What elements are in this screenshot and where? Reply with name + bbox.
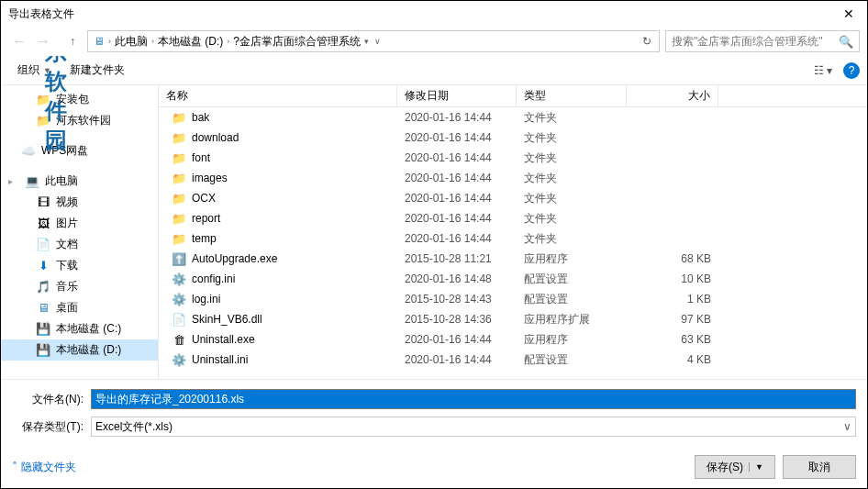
file-type: 文件夹 [517, 128, 627, 148]
file-date: 2020-01-16 14:44 [397, 129, 517, 146]
new-folder-button[interactable]: 新建文件夹 [61, 59, 134, 82]
file-date: 2020-01-16 14:44 [397, 190, 517, 206]
file-size: 4 KB [627, 351, 718, 368]
file-date: 2020-01-16 14:44 [397, 351, 517, 368]
bc-item-1[interactable]: 本地磁盘 (D:) [156, 34, 225, 50]
dialog-title: 导出表格文件 [8, 6, 838, 22]
sidebar-item-3[interactable]: ▸💻此电脑 [1, 171, 158, 192]
pc-icon: 💻 [25, 174, 39, 189]
save-dialog: 河东软件园 www.pc0359.cn 导出表格文件 ✕ ← → ↑ 🖥 › 此… [0, 0, 868, 489]
file-type: 配置设置 [517, 270, 627, 289]
col-type[interactable]: 类型 [517, 85, 627, 106]
file-type: 应用程序扩展 [517, 310, 627, 329]
file-type: 配置设置 [517, 350, 627, 370]
up-button[interactable]: ↑ [63, 32, 82, 50]
bc-item-2[interactable]: ?金店掌店面综合管理系统 [231, 34, 362, 50]
sidebar-item-2[interactable]: ☁️WPS网盘 [1, 140, 158, 161]
sidebar-item-4[interactable]: 🎞视频 [1, 192, 158, 213]
folder-icon: 📁 [172, 231, 186, 246]
save-button[interactable]: 保存(S)▼ [695, 455, 775, 479]
sidebar-item-6[interactable]: 📄文档 [1, 234, 158, 255]
sidebar-item-9[interactable]: 🖥桌面 [1, 297, 158, 318]
nav-row: ← → ↑ 🖥 › 此电脑 › 本地磁盘 (D:) › ?金店掌店面综合管理系统… [1, 27, 867, 56]
file-row[interactable]: 📁images 2020-01-16 14:44 文件夹 [159, 168, 867, 188]
organize-button[interactable]: 组织▼ [8, 59, 61, 82]
file-row[interactable]: 📁report 2020-01-16 14:44 文件夹 [159, 208, 867, 228]
breadcrumb-dropdown[interactable]: ∨ [371, 37, 384, 46]
file-type: 文件夹 [517, 209, 627, 228]
bc-pc-icon[interactable]: 🖥 [92, 35, 106, 48]
file-row[interactable]: ⚙️Uninstall.ini 2020-01-16 14:44 配置设置 4 … [159, 350, 867, 370]
image-icon: 🖼 [36, 217, 50, 231]
breadcrumb[interactable]: 🖥 › 此电脑 › 本地磁盘 (D:) › ?金店掌店面综合管理系统 ▾ ∨ ↻ [87, 30, 660, 52]
file-size [627, 156, 718, 160]
file-date: 2015-10-28 14:43 [397, 291, 517, 307]
sidebar[interactable]: 📁安装包📁河东软件园☁️WPS网盘▸💻此电脑🎞视频🖼图片📄文档⬇下载🎵音乐🖥桌面… [1, 85, 159, 379]
file-date: 2015-10-28 14:36 [397, 311, 517, 328]
sidebar-item-label: 文档 [56, 237, 78, 252]
file-row[interactable]: 📁font 2020-01-16 14:44 文件夹 [159, 148, 867, 168]
file-name: SkinH_VB6.dll [192, 313, 262, 326]
doc-icon: 📄 [36, 238, 50, 252]
file-row[interactable]: 🗑Uninstall.exe 2020-01-16 14:44 应用程序 63 … [159, 329, 867, 350]
file-row[interactable]: ⚙️config.ini 2020-01-16 14:48 配置设置 10 KB [159, 269, 867, 289]
file-row[interactable]: 📁OCX 2020-01-16 14:44 文件夹 [159, 188, 867, 208]
search-box[interactable]: 🔍 [665, 30, 860, 52]
sidebar-item-7[interactable]: ⬇下载 [1, 255, 158, 276]
sidebar-item-label: 本地磁盘 (D:) [56, 342, 121, 358]
sidebar-item-label: 下载 [56, 258, 78, 273]
sidebar-item-11[interactable]: 💾本地磁盘 (D:) [1, 339, 158, 361]
file-row[interactable]: 📁temp 2020-01-16 14:44 文件夹 [159, 228, 867, 249]
sidebar-item-label: 图片 [56, 216, 78, 231]
filetype-select[interactable]: Excel文件(*.xls)∨ [91, 417, 856, 437]
sidebar-item-10[interactable]: 💾本地磁盘 (C:) [1, 318, 158, 339]
bc-item-0[interactable]: 此电脑 [113, 34, 150, 50]
file-row[interactable]: 📄SkinH_VB6.dll 2015-10-28 14:36 应用程序扩展 9… [159, 309, 867, 329]
sidebar-item-5[interactable]: 🖼图片 [1, 213, 158, 234]
file-row[interactable]: ⬆️AutoUpgrade.exe 2015-10-28 11:21 应用程序 … [159, 249, 867, 269]
refresh-button[interactable]: ↻ [639, 35, 655, 48]
view-mode-button[interactable]: ☷ ▾ [805, 60, 841, 82]
close-button[interactable]: ✕ [838, 5, 860, 23]
sidebar-item-1[interactable]: 📁河东软件园 [1, 110, 158, 131]
file-type: 应用程序 [517, 330, 627, 350]
file-size: 68 KB [627, 250, 718, 267]
filename-input[interactable] [91, 389, 856, 409]
file-size [627, 136, 718, 139]
file-name: download [192, 131, 239, 144]
sidebar-item-label: WPS网盘 [41, 143, 88, 159]
sidebar-item-8[interactable]: 🎵音乐 [1, 276, 158, 297]
file-list[interactable]: 名称 修改日期 类型 大小 📁bak 2020-01-16 14:44 文件夹 … [159, 85, 867, 379]
search-input[interactable] [672, 35, 839, 48]
folder-icon: 📁 [36, 114, 50, 128]
file-row[interactable]: 📁download 2020-01-16 14:44 文件夹 [159, 128, 867, 148]
file-row[interactable]: ⚙️log.ini 2015-10-28 14:43 配置设置 1 KB [159, 289, 867, 309]
uninstall-icon: 🗑 [172, 332, 186, 347]
forward-button[interactable]: → [32, 30, 54, 52]
file-name: OCX [192, 192, 216, 205]
hide-folders-button[interactable]: ˄ 隐藏文件夹 [12, 460, 76, 475]
dll-icon: 📄 [172, 312, 186, 327]
file-type: 文件夹 [517, 149, 627, 168]
help-button[interactable]: ? [843, 62, 860, 79]
file-name: Uninstall.ini [192, 353, 248, 366]
col-size[interactable]: 大小 [627, 85, 718, 106]
back-button[interactable]: ← [8, 30, 30, 52]
col-name[interactable]: 名称 [159, 85, 397, 106]
file-name: temp [192, 232, 217, 245]
chevron-up-icon: ˄ [12, 461, 17, 473]
file-date: 2020-01-16 14:44 [397, 210, 517, 227]
filename-label: 文件名(N): [12, 392, 91, 407]
col-date[interactable]: 修改日期 [397, 85, 517, 106]
sidebar-item-label: 本地磁盘 (C:) [56, 321, 121, 337]
sidebar-item-label: 视频 [56, 194, 78, 210]
file-date: 2020-01-16 14:44 [397, 331, 517, 348]
cancel-button[interactable]: 取消 [783, 455, 856, 479]
file-date: 2020-01-16 14:48 [397, 271, 517, 287]
sidebar-item-0[interactable]: 📁安装包 [1, 89, 158, 110]
file-size [627, 217, 718, 220]
file-row[interactable]: 📁bak 2020-01-16 14:44 文件夹 [159, 107, 867, 128]
ini-icon: ⚙️ [172, 272, 186, 286]
file-size [627, 196, 718, 200]
file-size: 1 KB [627, 291, 718, 307]
